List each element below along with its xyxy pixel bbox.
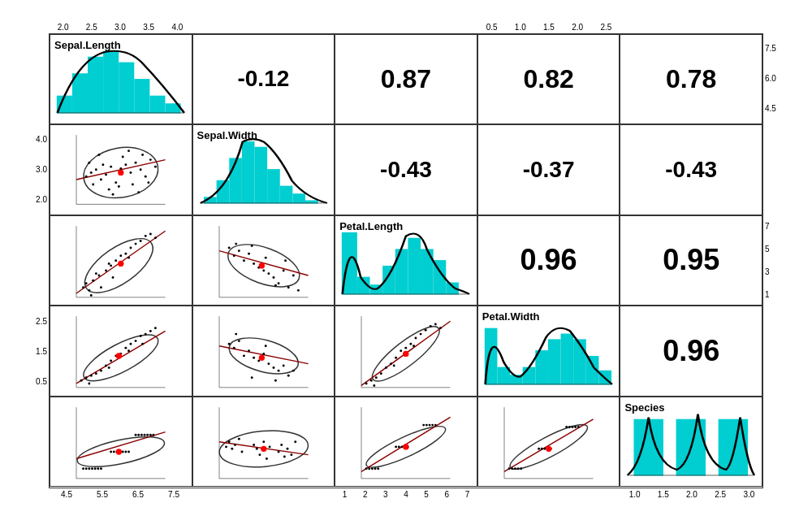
- tick: 7.5: [168, 490, 179, 499]
- svg-point-148: [262, 353, 265, 355]
- svg-point-149: [267, 362, 270, 365]
- svg-point-39: [118, 170, 123, 176]
- svg-point-130: [149, 330, 152, 332]
- svg-point-125: [124, 347, 127, 349]
- tick: 3.0: [114, 23, 126, 32]
- corr-0-1: -0.12: [193, 35, 335, 124]
- svg-point-205: [100, 467, 102, 470]
- scatter-2-0: [50, 216, 192, 306]
- svg-rect-190: [536, 351, 547, 384]
- svg-point-127: [135, 340, 137, 342]
- svg-point-231: [253, 444, 255, 446]
- axis-right: 7.5 6.0 4.5 7 5 3 1: [763, 33, 796, 488]
- svg-point-258: [422, 424, 425, 427]
- svg-point-128: [140, 335, 142, 337]
- svg-point-72: [112, 276, 114, 279]
- svg-point-157: [264, 345, 266, 348]
- tick: 5.5: [97, 490, 108, 499]
- svg-point-56: [88, 289, 90, 292]
- axis-top: 2.0 2.5 3.0 3.5 4.0 0.5 1.0 1.5 2.0 2.5: [49, 9, 763, 33]
- svg-point-33: [112, 193, 114, 196]
- svg-point-172: [405, 347, 408, 349]
- svg-point-14: [100, 179, 102, 181]
- svg-point-270: [514, 467, 516, 470]
- svg-point-117: [85, 377, 88, 379]
- svg-point-219: [153, 434, 155, 436]
- svg-point-21: [135, 162, 137, 164]
- svg-point-241: [290, 453, 292, 456]
- svg-point-13: [95, 168, 97, 171]
- tick: 2: [363, 490, 368, 499]
- svg-point-279: [568, 426, 571, 428]
- svg-point-179: [439, 327, 442, 330]
- svg-point-206: [110, 450, 112, 453]
- svg-point-82: [232, 254, 235, 257]
- svg-point-213: [135, 434, 137, 436]
- svg-point-230: [240, 450, 243, 453]
- svg-point-236: [268, 445, 270, 448]
- scatter-4-0: [50, 397, 192, 487]
- corr-2-4: 0.95: [620, 216, 762, 306]
- svg-rect-6: [150, 96, 164, 113]
- scatter-3-2: [335, 306, 477, 396]
- svg-point-254: [398, 445, 400, 448]
- cell-0-1: -0.12: [192, 34, 335, 125]
- cell-3-3: Petal.Width: [477, 306, 620, 397]
- svg-point-76: [118, 260, 123, 266]
- cell-2-0: [50, 215, 192, 306]
- tick: 2.0: [686, 490, 698, 499]
- tick: 1.5: [543, 23, 555, 32]
- tick: 4.0: [171, 23, 183, 32]
- svg-point-95: [235, 242, 237, 245]
- svg-rect-2: [89, 57, 102, 112]
- svg-point-232: [255, 448, 257, 450]
- svg-point-132: [88, 383, 90, 385]
- svg-point-204: [97, 467, 99, 470]
- svg-point-271: [516, 467, 519, 470]
- svg-point-147: [257, 360, 260, 362]
- scatter-4-2: [335, 397, 477, 487]
- svg-point-274: [541, 448, 543, 450]
- svg-point-243: [261, 446, 266, 452]
- svg-point-58: [98, 274, 101, 276]
- tick: 0.5: [486, 23, 498, 32]
- svg-point-97: [264, 256, 266, 258]
- svg-point-89: [267, 272, 270, 275]
- svg-point-151: [277, 370, 279, 372]
- svg-point-280: [571, 426, 573, 428]
- tick: 2.5: [36, 317, 47, 326]
- svg-point-83: [237, 249, 240, 252]
- svg-point-250: [371, 467, 374, 470]
- cell-4-1: [192, 397, 335, 488]
- svg-rect-192: [561, 335, 572, 385]
- svg-point-122: [110, 360, 112, 362]
- tick: 2.0: [58, 23, 69, 32]
- cell-0-3: 0.82: [477, 34, 620, 125]
- tick: 2.5: [86, 23, 97, 32]
- tick: 3.5: [143, 23, 154, 32]
- svg-point-211: [124, 450, 127, 453]
- svg-point-207: [113, 450, 115, 453]
- svg-point-17: [114, 181, 117, 184]
- svg-point-228: [234, 444, 236, 446]
- svg-point-54: [82, 286, 84, 288]
- svg-point-251: [374, 467, 377, 470]
- tick: 5: [765, 245, 770, 254]
- svg-point-119: [95, 373, 97, 375]
- svg-point-84: [243, 259, 245, 262]
- tick: 3.0: [743, 490, 754, 499]
- svg-point-154: [292, 370, 294, 372]
- svg-point-91: [277, 282, 279, 284]
- svg-point-18: [119, 167, 122, 170]
- corr-1-3: -0.37: [478, 125, 620, 215]
- diag-label-petal-length: Petal.Length: [339, 220, 403, 232]
- svg-point-71: [95, 272, 97, 275]
- svg-point-101: [258, 262, 264, 268]
- scatter-3-1: [193, 306, 335, 396]
- svg-point-131: [154, 327, 157, 330]
- svg-point-238: [280, 444, 283, 446]
- svg-rect-193: [574, 340, 585, 384]
- svg-point-218: [149, 434, 152, 436]
- tick: 1: [765, 290, 770, 299]
- tick: 4.0: [36, 135, 47, 144]
